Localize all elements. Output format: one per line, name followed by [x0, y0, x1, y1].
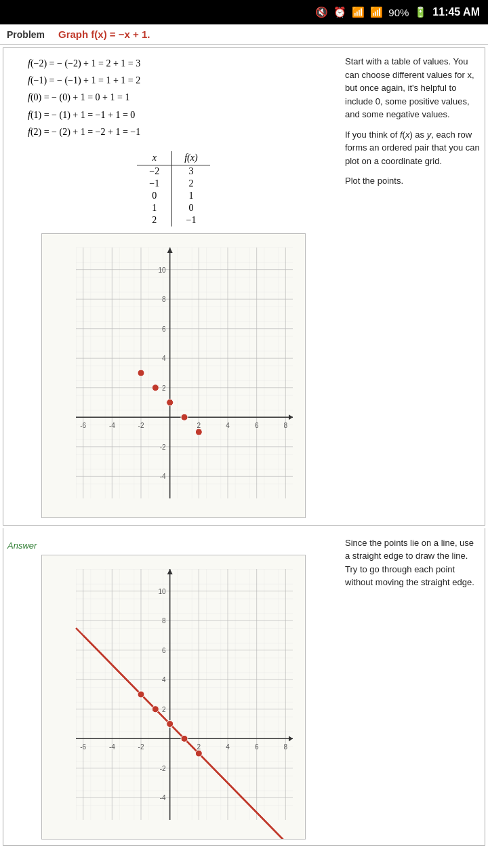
left-panel: f(−2) = − (−2) + 1 = 2 + 1 = 3f(−1) = − …	[7, 55, 340, 518]
svg-text:6: 6	[162, 326, 166, 333]
answer-left: Answer -6-4-22468-4-2246810	[7, 536, 340, 840]
svg-point-78	[152, 706, 159, 713]
cell-x: 1	[137, 202, 171, 214]
alarm-icon: ⏰	[333, 6, 346, 18]
main-content: f(−2) = − (−2) + 1 = 2 + 1 = 3f(−1) = − …	[3, 47, 485, 526]
svg-text:2: 2	[162, 706, 166, 713]
svg-point-36	[152, 384, 159, 391]
table-row: −12	[137, 178, 209, 190]
header-bar: Problem Graph f(x) = −x + 1.	[0, 24, 488, 45]
svg-text:-2: -2	[160, 765, 166, 772]
graph1-svg: -6-4-22468-4-2246810	[41, 233, 306, 518]
battery-pct: 90%	[388, 7, 409, 18]
svg-text:10: 10	[159, 588, 167, 595]
answer-right-text: Since the points lie on a line, use a st…	[345, 536, 481, 840]
equation-line: f(1) = − (1) + 1 = −1 + 1 = 0	[28, 106, 340, 123]
svg-text:8: 8	[162, 296, 166, 303]
cell-x: 2	[137, 214, 171, 226]
svg-text:4: 4	[162, 355, 166, 362]
para2-text: If you think of f(x) as y, each row form…	[345, 128, 481, 168]
svg-text:-4: -4	[160, 794, 166, 802]
graph1-container: -6-4-22468-4-2246810	[7, 233, 340, 518]
equation-line: f(0) = − (0) + 1 = 0 + 1 = 1	[28, 89, 340, 106]
svg-point-35	[138, 370, 144, 376]
table-row: −23	[137, 165, 209, 178]
graph2-svg: -6-4-22468-4-2246810	[41, 555, 306, 840]
values-table: x f(x) −23−1201102−1	[137, 151, 209, 226]
svg-rect-40	[76, 569, 293, 820]
cell-x: −1	[137, 178, 171, 190]
svg-text:-2: -2	[160, 443, 166, 451]
svg-text:-4: -4	[109, 422, 115, 429]
answer-row: Answer -6-4-22468-4-2246810 Since the po…	[7, 536, 481, 840]
svg-text:4: 4	[226, 743, 230, 751]
svg-text:-6: -6	[80, 422, 86, 429]
problem-label: Problem	[7, 29, 45, 40]
equation-line: f(−2) = − (−2) + 1 = 2 + 1 = 3	[28, 55, 340, 72]
svg-point-79	[167, 720, 174, 727]
table-row: 10	[137, 202, 209, 214]
table-row: 01	[137, 190, 209, 202]
answer-label: Answer	[7, 540, 340, 551]
right-panel: Start with a table of values. You can ch…	[345, 55, 481, 518]
svg-text:8: 8	[284, 743, 288, 751]
svg-text:-4: -4	[160, 473, 166, 480]
cell-fx: 0	[172, 202, 210, 214]
svg-text:-2: -2	[138, 422, 144, 429]
battery-icon: 🔋	[414, 6, 427, 18]
svg-text:6: 6	[162, 647, 166, 654]
svg-point-81	[195, 750, 202, 757]
svg-text:2: 2	[162, 384, 166, 392]
svg-text:-6: -6	[80, 743, 86, 751]
svg-text:-2: -2	[138, 743, 144, 751]
svg-text:8: 8	[162, 617, 166, 625]
equation-line: f(2) = − (2) + 1 = −2 + 1 = −1	[28, 123, 340, 140]
svg-point-38	[181, 414, 188, 420]
svg-text:4: 4	[226, 422, 230, 429]
page-title: Graph f(x) = −x + 1.	[58, 28, 150, 40]
col-x-header: x	[137, 151, 171, 165]
svg-text:10: 10	[159, 267, 167, 274]
values-table-container: x f(x) −23−1201102−1	[7, 151, 340, 226]
cell-x: −2	[137, 165, 171, 178]
svg-rect-0	[76, 248, 293, 498]
table-row: 2−1	[137, 214, 209, 226]
cell-fx: 1	[172, 190, 210, 202]
cell-fx: 2	[172, 178, 210, 190]
equations-block: f(−2) = − (−2) + 1 = 2 + 1 = 3f(−1) = − …	[7, 55, 340, 140]
para3-text: Plot the points.	[345, 174, 481, 188]
clock: 11:45 AM	[432, 6, 480, 18]
svg-text:6: 6	[255, 422, 259, 429]
answer-para1: Since the points lie on a line, use a st…	[345, 536, 481, 589]
svg-point-80	[181, 735, 188, 742]
cell-fx: −1	[172, 214, 210, 226]
svg-point-77	[138, 691, 144, 698]
svg-text:8: 8	[284, 422, 288, 429]
cell-x: 0	[137, 190, 171, 202]
equation-line: f(−1) = − (−1) + 1 = 1 + 1 = 2	[28, 72, 340, 89]
answer-section: Answer -6-4-22468-4-2246810 Since the po…	[3, 528, 485, 846]
col-fx-header: f(x)	[172, 151, 210, 165]
svg-point-37	[167, 399, 174, 406]
wifi-icon: 📶	[352, 6, 365, 18]
mute-icon: 🔇	[315, 6, 328, 18]
instruction-text-1: Start with a table of values. You can ch…	[345, 55, 481, 195]
para1-text: Start with a table of values. You can ch…	[345, 55, 481, 121]
status-bar: 🔇 ⏰ 📶 📶 90% 🔋 11:45 AM	[0, 0, 488, 24]
cell-fx: 3	[172, 165, 210, 178]
svg-text:4: 4	[162, 676, 166, 684]
svg-point-39	[195, 429, 202, 435]
svg-text:-4: -4	[109, 743, 115, 751]
svg-text:6: 6	[255, 743, 259, 751]
signal-icon: 📶	[370, 6, 383, 18]
